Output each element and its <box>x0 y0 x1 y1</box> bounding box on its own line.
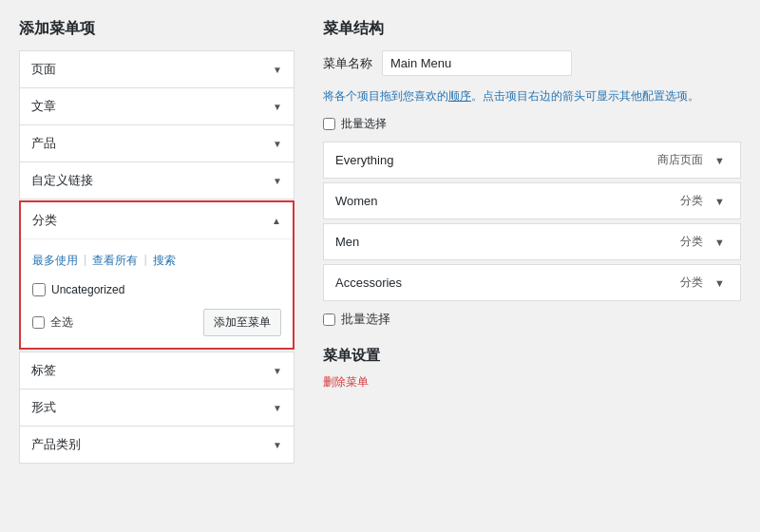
menu-item-everything-type: 商店页面 <box>657 152 703 168</box>
category-item-uncategorized: Uncategorized <box>32 280 281 299</box>
accordion-products-arrow: ▼ <box>273 139 282 149</box>
accordion-products-header[interactable]: 产品 ▼ <box>20 125 294 162</box>
select-all-row: 全选 <box>32 314 73 331</box>
menu-item-women-label: Women <box>335 194 378 208</box>
accordion-articles-label: 文章 <box>31 98 56 115</box>
accordion-custom-link-arrow: ▼ <box>273 176 282 186</box>
accordion-pages: 页面 ▼ <box>19 50 294 88</box>
accordion-product-categories-label: 产品类别 <box>31 436 81 453</box>
menu-settings-section: 菜单设置 删除菜单 <box>323 347 741 390</box>
select-all-checkbox[interactable] <box>32 316 45 329</box>
menu-item-everything-expand[interactable]: ▼ <box>711 153 729 168</box>
select-all-label: 全选 <box>50 314 73 331</box>
menu-item-accessories: Accessories 分类 ▼ <box>323 264 741 301</box>
category-label-uncategorized: Uncategorized <box>51 283 124 296</box>
tab-sep-1: | <box>84 251 86 271</box>
batch-select-label-top: 批量选择 <box>341 116 387 132</box>
menu-item-everything-right: 商店页面 ▼ <box>657 152 729 168</box>
accordion-product-categories: 产品类别 ▼ <box>19 426 294 464</box>
menu-structure-panel: 菜单结构 菜单名称 将各个项目拖到您喜欢的顺序。点击项目右边的箭头可显示其他配置… <box>323 19 741 463</box>
menu-name-input[interactable] <box>382 50 572 76</box>
menu-item-accessories-label: Accessories <box>335 276 402 290</box>
menu-name-label: 菜单名称 <box>323 55 372 72</box>
accordion-articles-header[interactable]: 文章 ▼ <box>20 88 294 124</box>
menu-item-men-type: 分类 <box>680 234 703 250</box>
add-to-menu-button[interactable]: 添加至菜单 <box>203 309 281 336</box>
accordion-forms-header[interactable]: 形式 ▼ <box>20 390 294 426</box>
menu-description: 将各个项目拖到您喜欢的顺序。点击项目右边的箭头可显示其他配置选项。 <box>323 87 741 104</box>
left-panel-title: 添加菜单项 <box>19 19 294 39</box>
accordion-tags-arrow: ▼ <box>273 366 282 376</box>
accordion-articles: 文章 ▼ <box>19 87 294 125</box>
accordion-forms-label: 形式 <box>31 399 56 416</box>
accordion-categories-label: 分类 <box>32 212 57 229</box>
accordion-forms-arrow: ▼ <box>273 403 282 413</box>
accordion-products-label: 产品 <box>31 135 56 152</box>
menu-item-men: Men 分类 ▼ <box>323 223 741 260</box>
accordion-tags-header[interactable]: 标签 ▼ <box>20 352 294 389</box>
accordion-articles-arrow: ▼ <box>273 102 282 112</box>
accordion-categories-header[interactable]: 分类 ▲ <box>21 202 293 239</box>
accordion-tags: 标签 ▼ <box>19 352 294 390</box>
categories-body: 最多使用 | 查看所有 | 搜索 Uncategorized 全选 <box>21 239 293 348</box>
menu-item-men-expand[interactable]: ▼ <box>711 235 729 250</box>
menu-items-list: Everything 商店页面 ▼ Women 分类 ▼ Men 分类 ▼ <box>323 142 741 301</box>
menu-item-accessories-expand[interactable]: ▼ <box>711 276 729 291</box>
batch-select-checkbox-top[interactable] <box>323 118 335 130</box>
accordion-categories: 分类 ▲ 最多使用 | 查看所有 | 搜索 Uncategorized <box>19 200 294 350</box>
add-menu-items-panel: 添加菜单项 页面 ▼ 文章 ▼ 产品 ▼ 自定义链接 ▼ <box>19 19 294 463</box>
batch-select-bottom: 批量选择 <box>323 311 741 328</box>
delete-menu-link[interactable]: 删除菜单 <box>323 375 369 389</box>
menu-item-men-right: 分类 ▼ <box>680 234 729 250</box>
accordion-custom-link-header[interactable]: 自定义链接 ▼ <box>20 162 294 199</box>
menu-item-women-expand[interactable]: ▼ <box>711 194 729 209</box>
batch-select-label-bottom: 批量选择 <box>341 311 390 328</box>
menu-item-women: Women 分类 ▼ <box>323 182 741 219</box>
desc-highlight: 顺序 <box>448 89 471 103</box>
menu-item-accessories-type: 分类 <box>680 275 703 291</box>
accordion-custom-link-label: 自定义链接 <box>31 172 93 189</box>
accordion-products: 产品 ▼ <box>19 124 294 162</box>
menu-item-women-type: 分类 <box>680 193 703 209</box>
category-checkbox-uncategorized[interactable] <box>32 283 46 296</box>
menu-item-everything-label: Everything <box>335 153 393 167</box>
menu-settings-title: 菜单设置 <box>323 347 741 365</box>
batch-select-checkbox-bottom[interactable] <box>323 314 335 326</box>
categories-checkbox-list: Uncategorized <box>32 280 281 299</box>
categories-bottom-row: 全选 添加至菜单 <box>32 309 281 336</box>
tab-view-all[interactable]: 查看所有 <box>92 251 138 271</box>
right-panel-title: 菜单结构 <box>323 19 741 39</box>
accordion-tags-label: 标签 <box>31 362 56 379</box>
tab-search[interactable]: 搜索 <box>153 251 176 271</box>
batch-select-top: 批量选择 <box>323 116 741 132</box>
menu-item-accessories-right: 分类 ▼ <box>680 275 729 291</box>
accordion-pages-header[interactable]: 页面 ▼ <box>20 51 294 87</box>
accordion-pages-label: 页面 <box>31 61 56 78</box>
tab-most-used[interactable]: 最多使用 <box>32 251 78 271</box>
menu-item-men-label: Men <box>335 235 359 249</box>
categories-tabs: 最多使用 | 查看所有 | 搜索 <box>32 251 281 271</box>
accordion-forms: 形式 ▼ <box>19 389 294 427</box>
accordion-custom-link: 自定义链接 ▼ <box>19 162 294 200</box>
tab-sep-2: | <box>143 251 146 271</box>
menu-item-women-right: 分类 ▼ <box>680 193 729 209</box>
accordion-categories-arrow: ▲ <box>272 216 281 226</box>
accordion-product-categories-arrow: ▼ <box>273 440 282 450</box>
menu-item-everything: Everything 商店页面 ▼ <box>323 142 741 179</box>
menu-name-row: 菜单名称 <box>323 50 741 76</box>
accordion-product-categories-header[interactable]: 产品类别 ▼ <box>20 427 294 463</box>
accordion-pages-arrow: ▼ <box>273 65 282 75</box>
